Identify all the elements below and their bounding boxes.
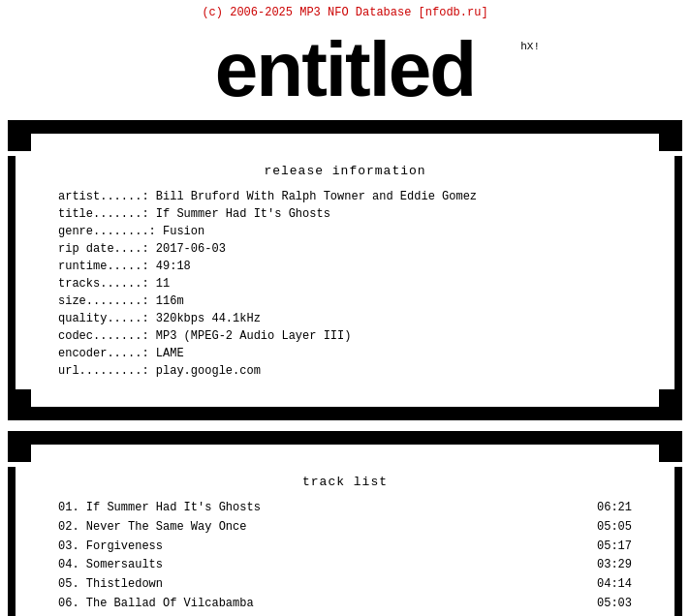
track-item: 02. Never The Same Way Once05:05 bbox=[58, 518, 632, 538]
svg-rect-15 bbox=[31, 431, 47, 445]
track-item: 03. Forgiveness05:17 bbox=[58, 538, 632, 557]
release-field: title.......: If Summer Had It's Ghosts bbox=[58, 205, 632, 223]
release-field: quality.....: 320kbps 44.1kHz bbox=[58, 310, 632, 327]
svg-rect-14 bbox=[8, 431, 31, 462]
svg-rect-10 bbox=[659, 389, 682, 420]
release-fields: artist......: Bill Bruford With Ralph To… bbox=[58, 188, 632, 380]
release-top-border bbox=[8, 120, 682, 156]
release-bottom-border bbox=[8, 389, 682, 425]
svg-rect-7 bbox=[31, 389, 659, 407]
release-field: runtime.....: 49:18 bbox=[58, 258, 632, 275]
svg-rect-4 bbox=[659, 120, 682, 151]
svg-rect-3 bbox=[31, 120, 47, 134]
release-field: tracks......: 11 bbox=[58, 275, 632, 293]
track-item: 06. The Ballad Of Vilcabamba05:03 bbox=[58, 595, 632, 614]
track-item: 05. Thistledown04:14 bbox=[58, 575, 632, 595]
release-content: release information artist......: Bill B… bbox=[8, 156, 682, 389]
svg-rect-2 bbox=[8, 120, 31, 151]
track-duration: 03:29 bbox=[597, 556, 632, 575]
logo-text: entitled bbox=[215, 31, 475, 108]
track-name: 06. The Ballad Of Vilcabamba bbox=[58, 595, 597, 614]
track-duration: 05:17 bbox=[597, 538, 632, 557]
track-name: 01. If Summer Had It's Ghosts bbox=[58, 499, 597, 518]
track-item: 01. If Summer Had It's Ghosts06:21 bbox=[58, 499, 632, 518]
track-duration: 04:14 bbox=[597, 575, 632, 595]
track-duration: 05:05 bbox=[597, 518, 632, 538]
tracklist-top-border-svg bbox=[8, 431, 682, 462]
hx-badge: hX! bbox=[520, 41, 540, 52]
svg-rect-1 bbox=[31, 134, 659, 151]
track-list: 01. If Summer Had It's Ghosts06:2102. Ne… bbox=[58, 499, 632, 616]
logo-area: entitled hX! bbox=[0, 23, 690, 114]
track-name: 04. Somersaults bbox=[58, 556, 597, 575]
release-field: encoder.....: LAME bbox=[58, 345, 632, 362]
main-wrapper: (c) 2006-2025 MP3 NFO Database [nfodb.ru… bbox=[0, 0, 690, 616]
svg-rect-5 bbox=[643, 120, 659, 134]
top-border-svg bbox=[8, 120, 682, 151]
svg-rect-11 bbox=[643, 407, 659, 420]
track-duration: 06:21 bbox=[597, 499, 632, 518]
release-section: release information artist......: Bill B… bbox=[0, 120, 690, 425]
release-header: release information bbox=[58, 164, 632, 178]
track-item: 04. Somersaults03:29 bbox=[58, 556, 632, 575]
release-field: size........: 116m bbox=[58, 293, 632, 310]
svg-rect-16 bbox=[659, 431, 682, 462]
track-duration: 05:03 bbox=[597, 595, 632, 614]
release-field: artist......: Bill Bruford With Ralph To… bbox=[58, 188, 632, 205]
svg-rect-8 bbox=[8, 389, 31, 420]
tracklist-section: track list 01. If Summer Had It's Ghosts… bbox=[0, 431, 690, 616]
svg-rect-13 bbox=[31, 445, 659, 462]
svg-rect-9 bbox=[31, 407, 47, 420]
copyright-text: (c) 2006-2025 MP3 NFO Database [nfodb.ru… bbox=[0, 0, 690, 23]
release-field: codec.......: MP3 (MPEG-2 Audio Layer II… bbox=[58, 327, 632, 345]
bottom-border-svg bbox=[8, 389, 682, 420]
tracklist-top-border bbox=[8, 431, 682, 467]
track-name: 05. Thistledown bbox=[58, 575, 597, 595]
svg-rect-17 bbox=[643, 431, 659, 445]
track-name: 02. Never The Same Way Once bbox=[58, 518, 597, 538]
track-name: 03. Forgiveness bbox=[58, 538, 597, 557]
tracklist-header: track list bbox=[58, 475, 632, 489]
release-field: genre........: Fusion bbox=[58, 223, 632, 240]
release-field: rip date....: 2017-06-03 bbox=[58, 240, 632, 258]
tracklist-content: track list 01. If Summer Had It's Ghosts… bbox=[8, 467, 682, 616]
release-field: url.........: play.google.com bbox=[58, 362, 632, 380]
